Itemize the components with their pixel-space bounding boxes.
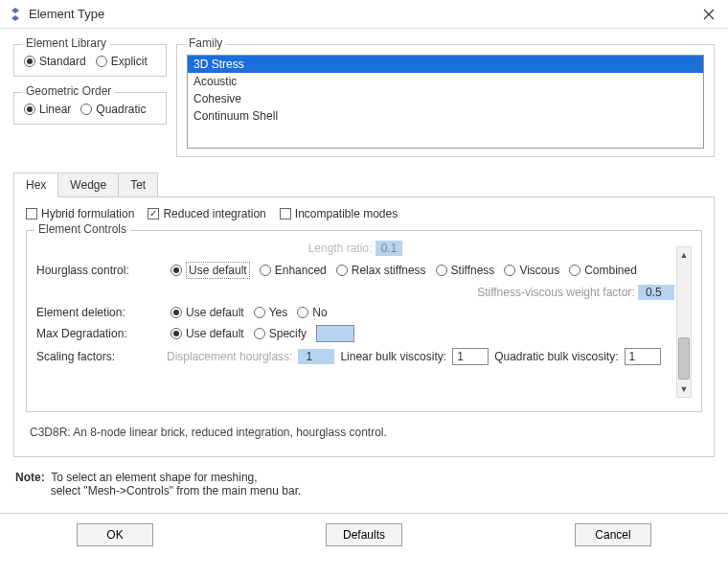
element-description: C3D8R: An 8-node linear brick, reduced i… xyxy=(30,426,698,439)
note-text: Note: To select an element shape for mes… xyxy=(15,471,713,497)
deletion-no-radio[interactable]: No xyxy=(297,306,327,319)
maxdeg-input[interactable] xyxy=(316,325,354,342)
disp-hourglass-label: Displacement hourglass: xyxy=(167,350,292,363)
incompatible-modes-checkbox[interactable]: Incompatible modes xyxy=(280,207,398,220)
standard-radio[interactable]: Standard xyxy=(24,55,86,68)
scroll-down-icon[interactable]: ▼ xyxy=(677,381,691,397)
app-icon xyxy=(8,7,23,22)
reduced-integration-checkbox[interactable]: Reduced integration xyxy=(148,207,265,220)
linear-bulk-viscosity-label: Linear bulk viscosity: xyxy=(340,350,446,363)
svwf-value: 0.5 xyxy=(638,285,674,300)
maxdeg-use-default-radio[interactable]: Use default xyxy=(171,327,244,340)
explicit-radio[interactable]: Explicit xyxy=(96,55,148,68)
hourglass-control-label: Hourglass control: xyxy=(36,264,161,277)
linear-radio[interactable]: Linear xyxy=(24,103,71,116)
linear-bulk-viscosity-input[interactable]: 1 xyxy=(452,348,489,365)
hourglass-viscous-radio[interactable]: Viscous xyxy=(504,264,559,277)
tab-tet[interactable]: Tet xyxy=(119,173,158,197)
cancel-button[interactable]: Cancel xyxy=(575,523,651,546)
maxdeg-specify-radio[interactable]: Specify xyxy=(254,327,307,340)
scroll-thumb[interactable] xyxy=(678,337,690,380)
element-library-label: Element Library xyxy=(22,36,110,50)
length-ratio-value: 0.1 xyxy=(375,241,403,256)
family-item-3d-stress[interactable]: 3D Stress xyxy=(188,56,703,73)
tab-panel-hex: Hybrid formulation Reduced integration I… xyxy=(13,197,715,457)
title-bar: Element Type xyxy=(0,0,728,29)
quadratic-radio[interactable]: Quadratic xyxy=(80,103,146,116)
family-label: Family xyxy=(185,36,226,50)
tab-wedge[interactable]: Wedge xyxy=(58,173,119,197)
hourglass-enhanced-radio[interactable]: Enhanced xyxy=(260,264,327,277)
disp-hourglass-value: 1 xyxy=(298,349,334,364)
family-item-acoustic[interactable]: Acoustic xyxy=(188,73,703,90)
ok-button[interactable]: OK xyxy=(77,523,153,546)
max-degradation-label: Max Degradation: xyxy=(36,327,161,340)
controls-scrollbar[interactable]: ▲ ▼ xyxy=(676,246,692,398)
element-controls-label: Element Controls xyxy=(34,222,130,236)
family-listbox[interactable]: 3D Stress Acoustic Cohesive Continuum Sh… xyxy=(187,55,704,149)
scaling-factors-label: Scaling factors: xyxy=(36,350,161,363)
window-title: Element Type xyxy=(29,7,104,21)
geometric-order-label: Geometric Order xyxy=(22,84,115,98)
close-button[interactable] xyxy=(697,3,720,26)
defaults-button[interactable]: Defaults xyxy=(326,523,402,546)
hybrid-checkbox[interactable]: Hybrid formulation xyxy=(26,207,134,220)
element-deletion-label: Element deletion: xyxy=(36,306,161,319)
hourglass-relax-radio[interactable]: Relax stiffness xyxy=(336,264,426,277)
element-controls-group: Element Controls Length ratio: 0.1 Hourg… xyxy=(26,230,702,412)
family-item-cohesive[interactable]: Cohesive xyxy=(188,90,703,107)
svwf-label: Stiffness-viscous weight factor: xyxy=(477,286,635,299)
quadratic-bulk-viscosity-label: Quadratic bulk viscosity: xyxy=(494,350,618,363)
quadratic-bulk-viscosity-input[interactable]: 1 xyxy=(625,348,661,365)
hourglass-combined-radio[interactable]: Combined xyxy=(569,264,637,277)
deletion-yes-radio[interactable]: Yes xyxy=(254,306,288,319)
element-library-group: Element Library Standard Explicit xyxy=(13,44,167,77)
tab-hex[interactable]: Hex xyxy=(13,173,58,197)
deletion-use-default-radio[interactable]: Use default xyxy=(171,306,244,319)
family-group: Family 3D Stress Acoustic Cohesive Conti… xyxy=(176,44,715,157)
hourglass-use-default-radio[interactable]: Use default xyxy=(171,262,250,279)
scroll-up-icon[interactable]: ▲ xyxy=(677,247,691,263)
hourglass-stiffness-radio[interactable]: Stiffness xyxy=(436,264,495,277)
family-item-continuum-shell[interactable]: Continuum Shell xyxy=(188,107,703,125)
length-ratio-row: Length ratio: 0.1 xyxy=(36,241,674,256)
geometric-order-group: Geometric Order Linear Quadratic xyxy=(13,92,167,125)
shape-tabs: Hex Wedge Tet xyxy=(13,173,715,197)
